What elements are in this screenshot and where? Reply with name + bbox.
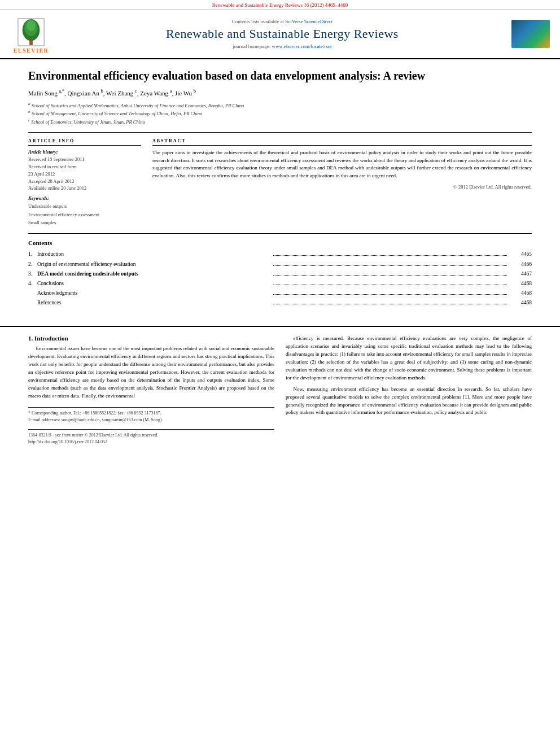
footnote-section: * Corresponding author. Tel.: +86 158055… <box>28 407 274 423</box>
footnote-corresponding: * Corresponding author. Tel.: +86 158055… <box>28 410 274 417</box>
toc-label-5: Acknowledgments <box>37 289 271 298</box>
intro-para-1: Environmental issues have become one of … <box>28 345 274 400</box>
article-info-col: ARTICLE INFO Article history: Received 1… <box>28 138 141 226</box>
footnote-email: E-mail addresses: songml@aufe.edu.cn, so… <box>28 417 274 423</box>
keyword-3: Small samples <box>28 219 141 226</box>
toc-label-6: References <box>37 298 271 308</box>
toc-page-3: 4467 <box>509 269 532 279</box>
authors-line: Malin Song a,*, Qingxian An b, Wei Zhang… <box>28 89 532 97</box>
intro-para-3: Now, measuring environment efficiency ha… <box>286 386 532 417</box>
toc-page-4: 4468 <box>509 279 532 289</box>
journal-info-center: Contents lists available at SciVerse Sci… <box>53 19 511 49</box>
toc-page-2: 4466 <box>509 260 532 269</box>
toc-label-2: Origin of environmental efficiency evalu… <box>37 260 271 269</box>
contents-section: Contents 1. Introduction 4465 2. Origin … <box>28 233 532 308</box>
sciverse-link[interactable]: SciVerse ScienceDirect <box>285 19 333 24</box>
abstract-text: The paper aims to investigate the achiev… <box>152 149 532 180</box>
body-content: 1. Introduction Environmental issues hav… <box>0 327 560 455</box>
keyword-1: Undesirable outputs <box>28 202 141 210</box>
sciverse-line: Contents lists available at SciVerse Sci… <box>53 19 511 24</box>
contents-label: Contents lists available at <box>232 19 284 24</box>
paper-title: Environmental efficiency evaluation base… <box>28 68 532 83</box>
article-info-abstract: ARTICLE INFO Article history: Received 1… <box>28 132 532 226</box>
main-content: Environmental efficiency evaluation base… <box>0 59 560 326</box>
revised-date: 23 April 2012 <box>28 171 55 177</box>
toc-page-6: 4468 <box>509 298 532 308</box>
author-3-sup: c <box>135 89 137 94</box>
homepage-link-text: www.elsevier.com/locate/rser <box>272 43 332 49</box>
elsevier-name: ELSEVIER <box>14 47 49 54</box>
toc-item-6: References 4468 <box>28 298 532 308</box>
abstract-heading: ABSTRACT <box>152 138 532 146</box>
homepage-label: journal homepage: <box>233 43 270 49</box>
body-left-col: 1. Introduction Environmental issues hav… <box>28 335 274 445</box>
toc-item-4: 4. Conclusions 4468 <box>28 279 532 289</box>
footer-issn: 1364-0321/$ - see front matter © 2012 El… <box>28 432 274 439</box>
elsevier-logo: ELSEVIER <box>9 14 53 54</box>
keywords-list: Undesirable outputs Environmental effici… <box>28 202 141 226</box>
toc-label-3: DEA model considering undesirable output… <box>37 269 271 279</box>
affiliation-c: c School of Economics, University of Jin… <box>28 117 532 126</box>
toc-num-4: 4. <box>28 279 37 289</box>
journal-header: ELSEVIER Contents lists available at Sci… <box>0 10 560 59</box>
toc-label-1: Introduction <box>37 250 271 259</box>
affiliation-a: a School of Statistics and Applied Mathe… <box>28 101 532 110</box>
footer-doi: http://dx.doi.org/10.1016/j.rser.2012.04… <box>28 439 274 445</box>
toc-dots-6 <box>273 304 507 304</box>
author-2: Qingxian An b <box>67 90 103 97</box>
intro-para-2: efficiency is measured. Because environm… <box>286 335 532 382</box>
toc-item-1: 1. Introduction 4465 <box>28 250 532 259</box>
body-two-col: 1. Introduction Environmental issues hav… <box>28 335 532 445</box>
available-date: Available online 20 June 2012 <box>28 185 86 191</box>
homepage-line: journal homepage: www.elsevier.com/locat… <box>53 43 511 49</box>
citation-text: Renewable and Sustainable Energy Reviews… <box>212 2 348 8</box>
abstract-copyright: © 2012 Elsevier Ltd. All rights reserved… <box>152 184 532 190</box>
contents-heading: Contents <box>28 239 532 246</box>
section-1-heading: 1. Introduction <box>28 335 274 342</box>
keywords-label: Keywords: <box>28 195 141 201</box>
toc-page-1: 4465 <box>509 250 532 259</box>
keyword-2: Environmental efficiency assessment <box>28 211 141 219</box>
abstract-col: ABSTRACT The paper aims to investigate t… <box>152 138 532 226</box>
author-1-sup: a,* <box>59 89 64 94</box>
journal-cover-image <box>511 20 550 48</box>
toc-item-3: 3. DEA model considering undesirable out… <box>28 269 532 279</box>
revised-label: Received in revised form <box>28 164 77 169</box>
homepage-link[interactable]: www.elsevier.com/locate/rser <box>272 43 332 49</box>
author-2-sup: b <box>101 89 103 94</box>
toc-num-3: 3. <box>28 269 37 279</box>
toc-label-4: Conclusions <box>37 279 271 289</box>
received-date: Received 18 September 2011 <box>28 156 85 162</box>
author-4-sup: a <box>170 89 172 94</box>
journal-title: Renewable and Sustainable Energy Reviews <box>53 27 511 41</box>
toc-num-2: 2. <box>28 260 37 269</box>
elsevier-tree-icon <box>17 18 45 46</box>
accepted-date: Accepted 28 April 2012 <box>28 178 74 184</box>
section-1-num: 1. <box>28 335 33 342</box>
article-info-heading: ARTICLE INFO <box>28 138 141 146</box>
body-right-col: efficiency is measured. Because environm… <box>286 335 532 445</box>
author-3: Wei Zhang c <box>106 90 137 97</box>
footer-section: 1364-0321/$ - see front matter © 2012 El… <box>28 429 274 445</box>
article-dates: Received 18 September 2011 Received in r… <box>28 156 141 192</box>
affiliation-b: b School of Management, University of Sc… <box>28 109 532 117</box>
footnote-email-value: songml@aufe.edu.cn, songmartin@163.com (… <box>62 417 163 422</box>
footnote-email-label: E-mail addresses: <box>28 417 60 422</box>
toc-dots-1 <box>273 255 507 256</box>
toc-dots-4 <box>273 285 507 285</box>
toc-item-2: 2. Origin of environmental efficiency ev… <box>28 260 532 269</box>
journal-thumbnail <box>511 20 551 48</box>
affiliations: a School of Statistics and Applied Mathe… <box>28 101 532 126</box>
toc-item-5: Acknowledgments 4468 <box>28 289 532 298</box>
toc-dots-5 <box>273 294 507 295</box>
toc-dots-3 <box>273 275 507 276</box>
sciverse-link-text: SciVerse ScienceDirect <box>285 19 333 24</box>
toc-dots-2 <box>273 265 507 266</box>
author-5-sup: b <box>194 89 196 94</box>
article-history-label: Article history: <box>28 149 141 155</box>
toc-page-5: 4468 <box>509 289 532 298</box>
toc-num-1: 1. <box>28 250 37 259</box>
author-1: Malin Song a,* <box>28 90 64 97</box>
section-1-title: Introduction <box>34 335 68 342</box>
svg-point-3 <box>27 20 35 31</box>
